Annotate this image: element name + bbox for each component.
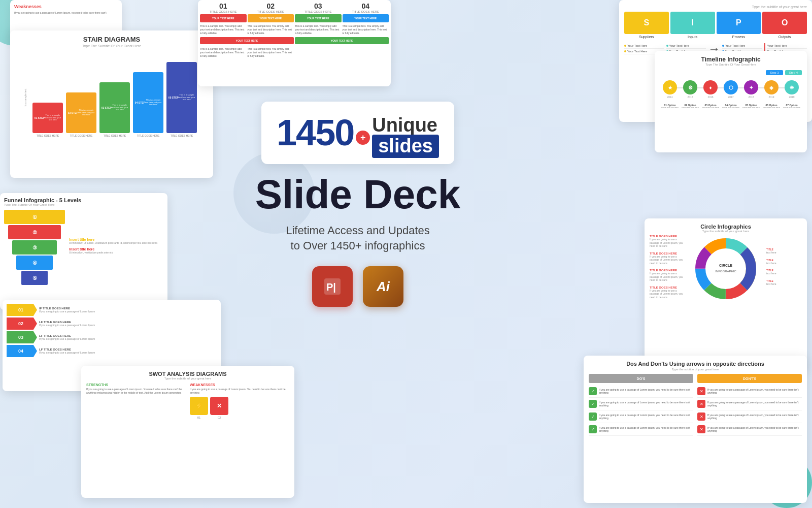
table-card: 01TITLE GOES HERE 02TITLE GOES HERE 03TI… [198, 0, 391, 86]
hero-plus: + [356, 131, 370, 145]
sipo-subtitle: Type the subtitle of your great here [624, 5, 807, 9]
stair-label-3: TITLE GOES HERE [99, 134, 130, 137]
hero-unique-word2: slides [372, 135, 439, 158]
svg-text:INFOGRAPHIC: INFOGRAPHIC [715, 270, 736, 273]
hero-number: 1450 [277, 114, 354, 151]
stair-label-2: TITLE GOES HERE [66, 134, 96, 137]
funnel-card: Funnel Infographic - 5 Levels Type The S… [0, 193, 167, 310]
circle-infographics-card: Circle Infographics Type the subtitle of… [645, 218, 807, 371]
dos-title: Dos And Don'ts Using arrows in opposite … [589, 361, 802, 367]
stair-step-1: 01 STEPThis is a sampletext here and you… [32, 103, 63, 133]
powerpoint-icon: P| [312, 266, 353, 307]
hero-badge: 1450 + Unique slides [261, 102, 454, 164]
arrow-row-3: 03 LF TITLE GOES HEREIf you are going to… [7, 331, 217, 343]
funnel-title: Funnel Infographic - 5 Levels [4, 197, 163, 203]
timeline-subtitle: Type The Subtitle Of Your Great Here [660, 63, 802, 66]
circle-title: Circle Infographics [650, 224, 802, 230]
swot-subtitle: Type the subtitle of your great here [86, 377, 289, 380]
stair-label-4: TITLE GOES HERE [133, 134, 163, 137]
stair-subtitle: Type The Subtitle Of Your Great Here [15, 44, 208, 48]
stair-step-3: 03 STEPThis is a sampletext here and you… [99, 82, 130, 133]
svg-point-10 [709, 252, 742, 285]
timeline-title: Timeline Infographic [660, 56, 802, 63]
swot-title: SWOT ANALYSIS DIAGRAMS [86, 371, 289, 377]
stair-title: STAIR DIAGRAMS [15, 36, 208, 43]
illustrator-icon: Ai [363, 266, 403, 307]
ai-label: Ai [377, 279, 390, 295]
hero-unique: Unique slides [372, 115, 439, 158]
hero-title: Slide Deck [218, 174, 497, 215]
dos-header: DO'S [589, 374, 693, 383]
stair-y-label: Is a sample text [24, 88, 27, 106]
svg-text:CIRCLE: CIRCLE [719, 264, 732, 267]
hero-section: 1450 + Unique slides Slide Deck Lifetime… [218, 102, 497, 307]
circle-subtitle: Type the subtitle of your great here [650, 230, 802, 233]
arrow-row-1: 01 IF TITLE GOES HEREIf you are going to… [7, 304, 217, 316]
stair-step-2: 02 STEPThis is a sampletext here and you… [66, 92, 96, 133]
stair-label-1: TITLE GOES HERE [32, 134, 63, 137]
arrow-row-4: 04 LF TITLE GOES HEREIf you are going to… [7, 345, 217, 357]
funnel-subtitle: Type The Subtitle Of Your Great Here [4, 203, 163, 206]
hero-description: Lifetime Access and Updates to Over 1450… [218, 223, 497, 255]
dos-donts-card: Dos And Don'ts Using arrows in opposite … [584, 356, 807, 503]
weakness-title: Weaknesses [14, 4, 118, 9]
stair-step-4: 04 STEPThis is a sampletext here and you… [133, 72, 163, 133]
weakness-text: If you are going to use a passage of Lor… [14, 11, 118, 15]
timeline-card: Timeline Infographic Type The Subtitle O… [655, 51, 807, 152]
swot-card: SWOT ANALYSIS DIAGRAMS Type the subtitle… [81, 366, 294, 498]
svg-text:P|: P| [326, 281, 336, 293]
donts-header: DON'TS [697, 374, 802, 383]
stair-step-5: 05 STEPThis is a sampletext here and you… [166, 62, 197, 133]
hero-unique-word1: Unique [372, 115, 437, 135]
arrow-row-2: 02 LF TITLE GOES HEREIf you are going to… [7, 318, 217, 330]
hero-icons: P| Ai [218, 266, 497, 307]
dos-subtitle: Type the subtitle of your great here [589, 368, 802, 371]
stair-label-5: TITLE GOES HERE [166, 134, 197, 137]
stair-card: STAIR DIAGRAMS Type The Subtitle Of Your… [10, 30, 213, 178]
